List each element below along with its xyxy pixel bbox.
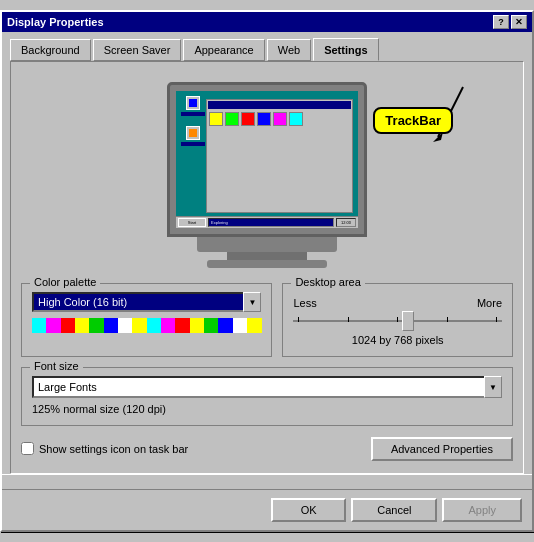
swatch-blue2 [218, 318, 232, 333]
color-palette-label: Color palette [30, 276, 100, 288]
font-size-select-wrapper: Small Fonts Large Fonts ▼ [32, 376, 502, 398]
monitor-screen: Start Exploring 12:00 [176, 91, 358, 228]
trackbar-label: TrackBar [373, 107, 453, 134]
tab-background[interactable]: Background [10, 39, 91, 61]
more-label: More [477, 297, 502, 309]
desktop-area-group: Desktop area Less More [282, 283, 513, 357]
monitor-stand [227, 252, 307, 260]
mini-icon-1 [209, 112, 223, 126]
advanced-properties-button[interactable]: Advanced Properties [371, 437, 513, 461]
tick-5 [496, 317, 497, 322]
title-bar: Display Properties ? ✕ [2, 12, 532, 32]
slider-labels: Less More [293, 297, 502, 309]
checkbox-label: Show settings icon on task bar [39, 443, 188, 455]
screen-taskbar: Start Exploring 12:00 [176, 216, 358, 228]
slider-track[interactable] [293, 312, 502, 330]
screen-icon-1 [181, 96, 205, 116]
font-size-note: 125% normal size (120 dpi) [32, 403, 502, 415]
mini-icon-4 [257, 112, 271, 126]
monitor-wrapper: Start Exploring 12:00 [167, 82, 367, 268]
swatch-yellow [75, 318, 89, 333]
monitor-preview-area: Start Exploring 12:00 TrackBar [21, 72, 513, 283]
tab-bar: Background Screen Saver Appearance Web S… [10, 38, 524, 61]
cancel-button[interactable]: Cancel [351, 498, 437, 522]
mini-icon-6 [289, 112, 303, 126]
swatch-green2 [204, 318, 218, 333]
color-palette-group: Color palette High Color (16 bit) 256 Co… [21, 283, 272, 357]
swatch-yellow2 [132, 318, 146, 333]
separator [2, 474, 532, 475]
swatch-yellow3 [190, 318, 204, 333]
tick-3 [397, 317, 398, 322]
swatch-magenta2 [161, 318, 175, 333]
tab-web[interactable]: Web [267, 39, 311, 61]
swatch-blue [104, 318, 118, 333]
slider-ticks [293, 317, 502, 322]
monitor: Start Exploring 12:00 [167, 82, 367, 237]
swatch-white [118, 318, 132, 333]
font-size-group: Font size Small Fonts Large Fonts ▼ 125%… [21, 367, 513, 426]
screen-window-body [207, 110, 352, 128]
screen-icon-2 [181, 126, 205, 146]
swatch-red2 [175, 318, 189, 333]
screen-window-title [208, 101, 351, 109]
color-palette-select-wrapper: High Color (16 bit) 256 Colors True Colo… [32, 292, 261, 312]
swatch-cyan2 [147, 318, 161, 333]
tick-4 [447, 317, 448, 322]
tick-1 [298, 317, 299, 322]
mini-icon-5 [273, 112, 287, 126]
monitor-base [197, 237, 337, 252]
swatch-white2 [233, 318, 247, 333]
tab-screen-saver[interactable]: Screen Saver [93, 39, 182, 61]
swatch-green [89, 318, 103, 333]
color-palette-arrow[interactable]: ▼ [243, 292, 261, 312]
settings-icon-checkbox[interactable] [21, 442, 34, 455]
font-size-arrow[interactable]: ▼ [484, 376, 502, 398]
swatch-yellow4 [247, 318, 261, 333]
close-button[interactable]: ✕ [511, 15, 527, 29]
swatch-red [61, 318, 75, 333]
settings-tab-content: Start Exploring 12:00 TrackBar [10, 61, 524, 474]
mini-icon-3 [241, 112, 255, 126]
bottom-row: Show settings icon on task bar Advanced … [21, 434, 513, 463]
less-label: Less [293, 297, 316, 309]
screen-window [206, 99, 353, 213]
button-bar: OK Cancel Apply [2, 489, 532, 530]
screen-start-button: Start [178, 218, 206, 227]
tab-appearance[interactable]: Appearance [183, 39, 264, 61]
color-palette-select[interactable]: High Color (16 bit) 256 Colors True Colo… [32, 292, 261, 312]
desktop-area-label: Desktop area [291, 276, 364, 288]
checkbox-row: Show settings icon on task bar [21, 442, 188, 455]
ok-button[interactable]: OK [271, 498, 346, 522]
window-title: Display Properties [7, 16, 104, 28]
screen-icons [181, 96, 205, 146]
display-properties-window: Display Properties ? ✕ Background Screen… [0, 10, 534, 532]
swatch-cyan [32, 318, 46, 333]
title-bar-buttons: ? ✕ [493, 15, 527, 29]
tab-settings[interactable]: Settings [313, 38, 378, 61]
slider-area: Less More [293, 297, 502, 346]
color-swatches [32, 318, 261, 333]
font-size-select[interactable]: Small Fonts Large Fonts [32, 376, 502, 398]
swatch-magenta [46, 318, 60, 333]
mini-icon-2 [225, 112, 239, 126]
apply-button[interactable]: Apply [442, 498, 522, 522]
slider-pixels: 1024 by 768 pixels [352, 334, 444, 346]
font-size-label: Font size [30, 360, 83, 372]
help-button[interactable]: ? [493, 15, 509, 29]
slider-thumb[interactable] [402, 311, 414, 331]
trackbar-annotation: TrackBar [413, 87, 493, 152]
tick-2 [348, 317, 349, 322]
window-body: Background Screen Saver Appearance Web S… [2, 32, 532, 489]
monitor-foot [207, 260, 327, 268]
settings-row: Color palette High Color (16 bit) 256 Co… [21, 283, 513, 357]
slider-line [293, 320, 502, 322]
